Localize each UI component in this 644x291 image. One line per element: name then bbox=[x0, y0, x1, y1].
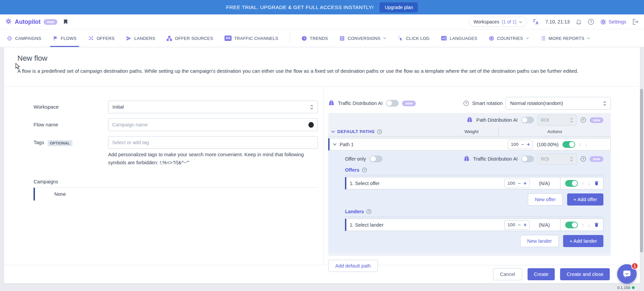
nav-item-trends[interactable]: TRENDS bbox=[301, 30, 328, 47]
translate-icon[interactable]: xA bbox=[533, 18, 540, 25]
nav-item-click-log[interactable]: CLICK LOG bbox=[398, 30, 430, 47]
path-details: Offer only Traffic Distribution AI ROI bbox=[328, 151, 611, 252]
move-down-button[interactable]: ↓ bbox=[585, 142, 588, 147]
path-row[interactable]: Path 1 100 − + (100.00%) ↑ ↓ bbox=[328, 138, 611, 151]
weight-increase-button[interactable]: + bbox=[524, 180, 527, 186]
move-down-button[interactable]: ↓ bbox=[588, 181, 591, 186]
nav-item-campaigns[interactable]: CAMPAIGNS bbox=[7, 30, 41, 47]
new-lander-button[interactable]: New lander bbox=[520, 235, 559, 247]
roi-select[interactable]: ROI bbox=[537, 154, 577, 165]
list-icon bbox=[540, 36, 546, 41]
weight-increase-button[interactable]: + bbox=[524, 222, 527, 228]
nav-item-traffic-channels[interactable]: Ad TRAFFIC CHANNELS bbox=[225, 30, 278, 47]
help-icon[interactable]: ? bbox=[580, 156, 586, 162]
table-icon bbox=[339, 36, 345, 41]
add-offer-button[interactable]: + Add offer bbox=[567, 193, 603, 206]
offer-row[interactable]: 1. Select offer 100 − + (N/A) bbox=[345, 177, 603, 189]
offer-only-toggle[interactable] bbox=[370, 156, 383, 162]
workspace-select[interactable]: Initial bbox=[108, 101, 318, 113]
default-paths-toggle[interactable]: DEFAULT PATHS ? bbox=[331, 129, 445, 134]
logout-icon[interactable] bbox=[632, 18, 639, 25]
help-icon[interactable]: ? bbox=[366, 209, 371, 214]
create-button[interactable]: Create bbox=[528, 268, 555, 280]
campaigns-block: Campaigns None bbox=[34, 179, 318, 200]
move-up-button[interactable]: ↑ bbox=[582, 222, 584, 227]
move-up-button[interactable]: ↑ bbox=[582, 181, 584, 186]
smart-rotation-select[interactable]: Normal rotation(random) bbox=[506, 97, 611, 110]
top-bar: Autopilot new Workspaces (1 of 1) xA 7.1… bbox=[0, 14, 644, 30]
landers-section: Landers ? 1. Select lander 100 bbox=[345, 209, 603, 247]
svg-text:?: ? bbox=[368, 210, 370, 213]
roi-value: ROI bbox=[541, 117, 549, 123]
lander-name: 1. Select lander bbox=[350, 222, 384, 228]
add-lander-button[interactable]: + Add lander bbox=[563, 235, 603, 247]
weight-increase-button[interactable]: + bbox=[527, 141, 530, 148]
lander-row[interactable]: 1. Select lander 100 − + (N/A) bbox=[345, 219, 603, 231]
traffic-ai-toggle[interactable] bbox=[386, 100, 399, 107]
trash-icon[interactable] bbox=[594, 222, 599, 228]
lander-weight-stepper[interactable]: 100 − + bbox=[504, 220, 530, 230]
scrollbar[interactable] bbox=[640, 89, 643, 252]
nav-item-more-reports[interactable]: MORE REPORTS bbox=[540, 30, 590, 47]
nav-item-offer-sources[interactable]: OFFER SOURCES bbox=[166, 30, 213, 47]
offer-enabled-toggle[interactable] bbox=[565, 180, 578, 187]
trash-icon[interactable] bbox=[594, 180, 599, 186]
tags-input[interactable] bbox=[112, 140, 314, 145]
offer-name: 1. Select offer bbox=[350, 181, 380, 186]
page-title: New flow bbox=[17, 54, 627, 63]
move-down-button[interactable]: ↓ bbox=[588, 222, 591, 227]
traffic-ai-label: Traffic Distribution AI bbox=[473, 156, 518, 162]
chevron-down-icon bbox=[519, 21, 522, 23]
cancel-button[interactable]: Cancel bbox=[493, 268, 522, 280]
path-name: Path 1 bbox=[340, 142, 354, 147]
help-icon[interactable]: ? bbox=[580, 117, 586, 123]
path-traffic-ai-toggle[interactable] bbox=[521, 156, 534, 162]
weight-decrease-button[interactable]: − bbox=[521, 141, 524, 147]
help-icon[interactable]: ? bbox=[463, 100, 469, 106]
upgrade-plan-button[interactable]: Upgrade plan bbox=[380, 2, 418, 12]
select-arrows-icon bbox=[570, 157, 573, 162]
nav-item-offers[interactable]: OFFERS bbox=[88, 30, 114, 47]
nav-item-landers[interactable]: LANDERS bbox=[126, 30, 155, 47]
shuffle-icon bbox=[88, 36, 94, 41]
nav-separator bbox=[290, 32, 290, 44]
workspaces-selector[interactable]: Workspaces (1 of 1) bbox=[469, 17, 527, 27]
nav-item-countries[interactable]: COUNTRIES bbox=[489, 30, 529, 47]
flow-name-indicator-dot bbox=[308, 122, 314, 128]
chat-widget-button[interactable]: 1 bbox=[617, 264, 637, 284]
add-default-path-button[interactable]: Add default path bbox=[328, 260, 378, 272]
settings-button[interactable]: Settings bbox=[600, 19, 626, 25]
nav-item-flows[interactable]: FLOWS bbox=[53, 30, 77, 47]
create-and-close-button[interactable]: Create and close bbox=[560, 268, 610, 280]
chat-icon bbox=[622, 269, 632, 279]
bell-icon[interactable] bbox=[576, 18, 582, 25]
nav-item-conversions[interactable]: CONVERSIONS bbox=[339, 30, 386, 47]
workspace-label: Workspace bbox=[34, 104, 59, 110]
help-icon[interactable]: ? bbox=[588, 18, 594, 25]
select-arrows-icon bbox=[310, 105, 313, 110]
roi-select[interactable]: ROI bbox=[537, 115, 577, 126]
tags-help-text: Add personalized tags to make your searc… bbox=[108, 151, 318, 167]
svg-text:?: ? bbox=[379, 130, 381, 133]
chevron-down-icon[interactable] bbox=[333, 143, 337, 146]
flow-name-input[interactable] bbox=[112, 122, 308, 127]
bookmark-icon[interactable] bbox=[63, 18, 68, 25]
weight-decrease-button[interactable]: − bbox=[518, 222, 521, 228]
page-background: New flow A flow is a predefined set of c… bbox=[0, 47, 644, 291]
nav-item-languages[interactable]: A LANGUAGES bbox=[441, 30, 477, 47]
tags-row: Tags OPTIONAL bbox=[34, 136, 318, 149]
chat-unread-badge: 1 bbox=[631, 263, 638, 270]
offers-section: Offers ? 1. Select offer 100 bbox=[345, 167, 603, 206]
move-up-button[interactable]: ↑ bbox=[579, 142, 582, 147]
new-offer-button[interactable]: New offer bbox=[528, 193, 563, 206]
help-icon[interactable]: ? bbox=[362, 167, 367, 173]
brand-new-badge: new bbox=[44, 19, 57, 25]
brand-logo[interactable]: Autopilot new bbox=[5, 18, 57, 26]
offer-weight-stepper[interactable]: 100 − + bbox=[504, 179, 530, 188]
help-icon[interactable]: ? bbox=[377, 129, 382, 134]
path-enabled-toggle[interactable] bbox=[562, 141, 575, 148]
weight-decrease-button[interactable]: − bbox=[518, 180, 521, 186]
path-weight-stepper[interactable]: 100 − + bbox=[508, 140, 533, 149]
path-ai-toggle[interactable] bbox=[521, 117, 534, 123]
lander-enabled-toggle[interactable] bbox=[565, 222, 578, 228]
